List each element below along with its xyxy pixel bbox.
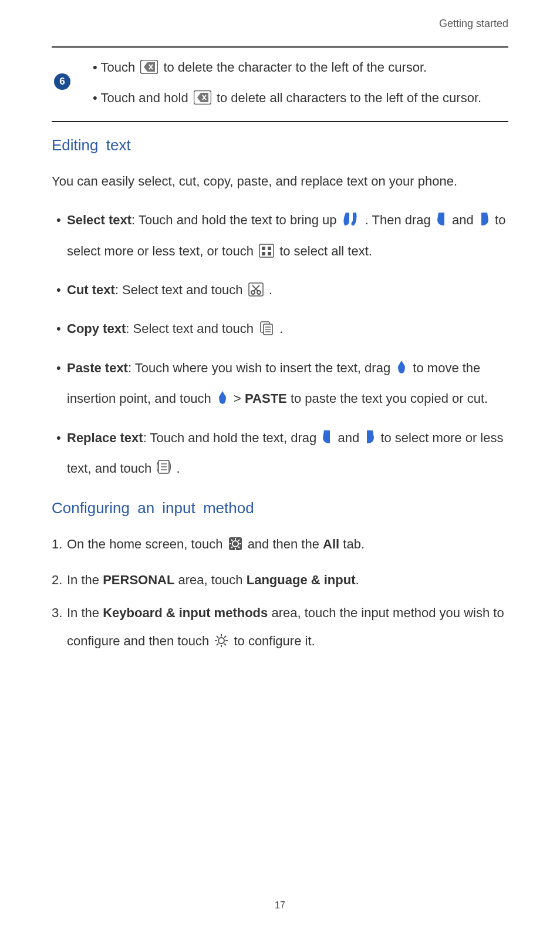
keyboard-input-methods: Keyboard & input methods <box>103 605 268 620</box>
text: and <box>452 213 477 227</box>
select-all-icon <box>259 240 274 268</box>
settings-dark-icon <box>228 533 242 561</box>
step-2: In the PERSONAL area, touch Language & i… <box>67 566 508 594</box>
svg-line-25 <box>231 540 232 541</box>
settings-light-icon <box>214 629 228 658</box>
step-6-text: • Touch to delete the character to the l… <box>76 53 508 115</box>
insertion-cursor-icon <box>217 387 228 415</box>
text: to delete the character to the left of t… <box>163 60 427 75</box>
selection-handle-right-icon <box>479 208 490 237</box>
label: Paste text <box>67 361 128 375</box>
label: Select text <box>67 213 131 227</box>
text: : Touch and hold the text to bring up <box>131 213 340 227</box>
text: to select all text. <box>279 244 372 258</box>
svg-rect-3 <box>262 247 265 250</box>
svg-line-27 <box>238 540 239 541</box>
svg-line-34 <box>217 636 218 638</box>
text: and then the <box>248 537 323 551</box>
intro-paragraph: You can easily select, cut, copy, paste,… <box>52 167 508 196</box>
input-method-steps: On the home screen, touch and then the A… <box>52 530 508 658</box>
list-item-cut: Cut text: Select text and touch . <box>67 276 508 307</box>
step-3: In the Keyboard & input methods area, to… <box>67 599 508 658</box>
svg-line-37 <box>217 644 218 645</box>
step-number-badge: 6 <box>54 73 70 90</box>
selection-handle-right-icon <box>365 426 375 454</box>
page-number: 17 <box>0 900 560 911</box>
selection-handle-left-icon <box>436 208 447 237</box>
copy-icon <box>259 317 274 345</box>
section-heading-editing-text: Editing text <box>52 136 508 154</box>
list-item-copy: Copy text: Select text and touch . <box>67 315 508 345</box>
text: : Touch where you wish to insert the tex… <box>128 361 394 375</box>
insertion-cursor-icon <box>396 356 407 385</box>
replace-icon <box>157 457 171 485</box>
svg-rect-6 <box>268 252 271 255</box>
text: . <box>279 321 283 336</box>
selection-handles-icon <box>342 208 360 237</box>
svg-line-36 <box>224 636 226 638</box>
svg-rect-2 <box>259 244 274 257</box>
backspace-icon <box>194 86 211 115</box>
label: Copy text <box>67 321 126 336</box>
svg-line-28 <box>231 547 232 548</box>
text: : Select text and touch <box>115 282 247 297</box>
selection-handle-left-icon <box>322 426 332 454</box>
page-header: Getting started <box>52 18 508 30</box>
svg-rect-5 <box>262 252 265 255</box>
divider <box>52 121 508 122</box>
text: tab. <box>339 537 365 551</box>
editing-text-list: Select text: Touch and hold the text to … <box>52 206 508 485</box>
label: Replace text <box>67 430 143 445</box>
header-title: Getting started <box>439 18 508 29</box>
text: Touch and hold <box>100 90 191 105</box>
text: . Then drag <box>365 213 434 227</box>
page: Getting started 6 • Touch to delete the … <box>0 0 560 926</box>
text: . <box>177 461 180 476</box>
svg-line-35 <box>224 644 226 645</box>
language-input: Language & input <box>247 573 356 587</box>
label: Cut text <box>67 282 115 297</box>
section-heading-input-method: Configuring an input method <box>52 499 508 517</box>
list-item-paste: Paste text: Touch where you wish to inse… <box>67 354 508 416</box>
list-item-replace: Replace text: Touch and hold the text, d… <box>67 424 508 486</box>
text: On the home screen, touch <box>67 537 227 551</box>
text: : Select text and touch <box>126 321 257 336</box>
text: Touch <box>100 60 139 75</box>
cut-icon <box>248 278 264 307</box>
list-item-select: Select text: Touch and hold the text to … <box>67 206 508 268</box>
text: : Touch and hold the text, drag <box>143 430 321 445</box>
paste-word: PASTE <box>245 391 287 406</box>
all-tab: All <box>323 537 339 551</box>
step-1: On the home screen, touch and then the A… <box>67 530 508 561</box>
text: area, touch <box>174 573 246 587</box>
svg-rect-4 <box>268 247 271 250</box>
svg-point-29 <box>218 638 224 644</box>
text: . <box>269 282 272 297</box>
personal-area: PERSONAL <box>103 573 174 587</box>
step-6-row: 6 • Touch to delete the character to the… <box>52 48 508 121</box>
text: In the <box>67 573 103 587</box>
svg-line-26 <box>238 547 239 548</box>
text: and <box>338 430 363 445</box>
text: to delete all characters to the left of … <box>217 90 481 105</box>
text: to paste the text you copied or cut. <box>287 391 488 406</box>
text: to configure it. <box>234 634 315 648</box>
text: In the <box>67 605 103 620</box>
backspace-icon <box>140 56 158 84</box>
text: . <box>355 573 359 587</box>
text: > <box>234 391 245 406</box>
